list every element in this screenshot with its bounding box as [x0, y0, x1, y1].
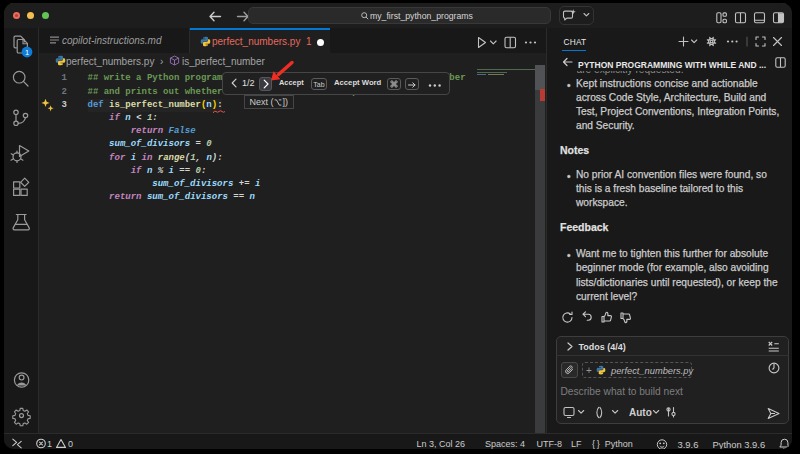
svg-text:Auto: Auto — [629, 407, 652, 418]
svg-text:1: 1 — [25, 48, 29, 57]
